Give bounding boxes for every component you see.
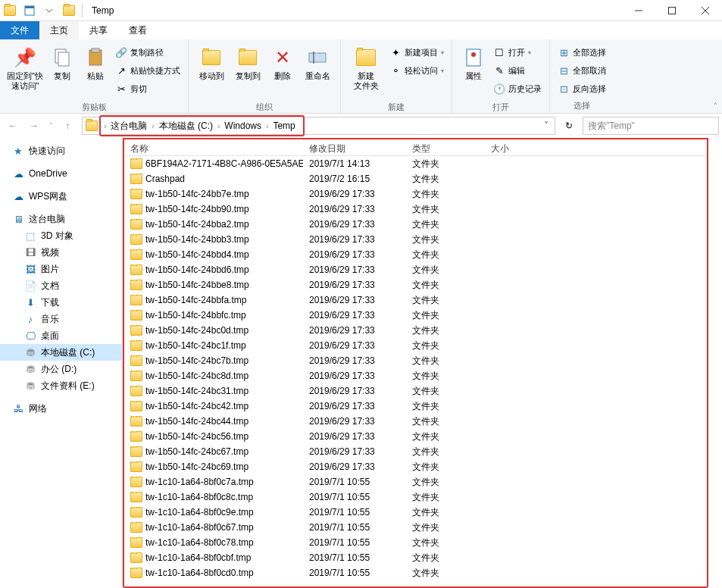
recent-dropdown[interactable]: ˅ (45, 116, 56, 136)
file-row[interactable]: tw-1b50-14fc-24bc69.tmp2019/6/29 17:33文件… (124, 459, 707, 474)
history-button[interactable]: 🕐历史记录 (493, 80, 542, 97)
tree-pictures[interactable]: 🖼图片 (0, 261, 122, 277)
tab-file[interactable]: 文件 (0, 21, 39, 39)
maximize-button[interactable] (655, 0, 689, 21)
breadcrumb-item[interactable]: Temp (268, 118, 299, 133)
file-row[interactable]: tw-1b50-14fc-24bc8d.tmp2019/6/29 17:33文件… (124, 368, 707, 383)
file-row[interactable]: tw-1c10-1a64-8bf0cd0.tmp2019/7/1 10:55文件… (124, 565, 707, 580)
cut-button[interactable]: ✂剪切 (115, 80, 180, 97)
copy-path-button[interactable]: 🔗复制路径 (115, 44, 180, 61)
file-row[interactable]: tw-1b50-14fc-24bc42.tmp2019/6/29 17:33文件… (124, 399, 707, 414)
file-row[interactable]: tw-1c10-1a64-8bf0c9e.tmp2019/7/1 10:55文件… (124, 505, 707, 520)
tree-3d-objects[interactable]: ⬚3D 对象 (0, 227, 122, 244)
folder-icon[interactable] (0, 1, 20, 20)
delete-button[interactable]: ✕ 删除 (266, 42, 299, 100)
paste-button[interactable]: 粘贴 (79, 42, 112, 100)
edit-button[interactable]: ✎编辑 (493, 62, 542, 79)
copy-to-button[interactable]: 复制到 (230, 42, 266, 100)
tree-videos[interactable]: 🎞视频 (0, 244, 122, 261)
file-row[interactable]: tw-1b50-14fc-24bbd4.tmp2019/6/29 17:33文件… (124, 247, 707, 262)
address-dropdown[interactable]: ˅ (539, 120, 553, 131)
tree-wps[interactable]: ☁WPS网盘 (0, 188, 122, 205)
search-input[interactable]: 搜索"Temp" (583, 117, 719, 135)
invert-selection-button[interactable]: ⊡反向选择 (558, 80, 606, 97)
file-date-cell: 2019/6/29 17:33 (303, 310, 406, 321)
paste-shortcut-button[interactable]: ↗粘贴快捷方式 (115, 62, 180, 79)
file-row[interactable]: 6BF194A2-7171-4B8C-A986-0E5A5AE...2019/7… (124, 156, 707, 171)
file-row[interactable]: tw-1b50-14fc-24bbb3.tmp2019/6/29 17:33文件… (124, 232, 707, 247)
new-folder-button[interactable]: 新建 文件夹 (345, 42, 386, 100)
move-to-button[interactable]: 移动到 (193, 42, 230, 100)
properties-button[interactable]: 属性 (457, 42, 490, 100)
file-row[interactable]: tw-1b50-14fc-24bc31.tmp2019/6/29 17:33文件… (124, 383, 707, 399)
tree-this-pc[interactable]: 🖥这台电脑 (0, 211, 122, 227)
drive-icon: ⛃ (24, 380, 36, 392)
properties-icon (461, 45, 486, 70)
close-button[interactable] (689, 0, 722, 21)
file-list[interactable]: 6BF194A2-7171-4B8C-A986-0E5A5AE...2019/7… (124, 156, 707, 586)
address-icon (86, 120, 98, 131)
tab-home[interactable]: 主页 (39, 21, 79, 39)
file-row[interactable]: tw-1b50-14fc-24bbe8.tmp2019/6/29 17:33文件… (124, 277, 707, 292)
tree-downloads[interactable]: ⬇下载 (0, 294, 122, 311)
file-row[interactable]: tw-1b50-14fc-24bc44.tmp2019/6/29 17:33文件… (124, 414, 707, 429)
minimize-button[interactable] (622, 0, 655, 21)
file-row[interactable]: tw-1c10-1a64-8bf0c8c.tmp2019/7/1 10:55文件… (124, 489, 707, 505)
tree-music[interactable]: ♪音乐 (0, 311, 122, 327)
tree-drive-e[interactable]: ⛃文件资料 (E:) (0, 377, 122, 394)
file-row[interactable]: Crashpad2019/7/2 16:15文件夹 (124, 171, 707, 186)
file-row[interactable]: tw-1b50-14fc-24bc67.tmp2019/6/29 17:33文件… (124, 444, 707, 459)
file-row[interactable]: tw-1b50-14fc-24bc56.tmp2019/6/29 17:33文件… (124, 429, 707, 444)
copy-button[interactable]: 复制 (45, 42, 79, 100)
copy-to-icon (236, 45, 260, 70)
breadcrumb-item[interactable]: 这台电脑 (106, 118, 152, 133)
file-row[interactable]: tw-1b50-14fc-24bb90.tmp2019/6/29 17:33文件… (124, 202, 707, 217)
file-row[interactable]: tw-1b50-14fc-24bb7e.tmp2019/6/29 17:33文件… (124, 186, 707, 202)
forward-button[interactable]: → (24, 116, 44, 136)
ribbon-collapse-button[interactable]: ˄ (714, 102, 717, 110)
file-row[interactable]: tw-1c10-1a64-8bf0c67.tmp2019/7/1 10:55文件… (124, 520, 707, 535)
file-row[interactable]: tw-1b50-14fc-24bc7b.tmp2019/6/29 17:33文件… (124, 353, 707, 368)
qat-dropdown-icon[interactable] (39, 1, 59, 20)
column-type[interactable]: 类型 (406, 139, 485, 155)
file-row[interactable]: tw-1c10-1a64-8bf0cbf.tmp2019/7/1 10:55文件… (124, 550, 707, 565)
tree-drive-d[interactable]: ⛃办公 (D:) (0, 361, 122, 377)
file-row[interactable]: tw-1b50-14fc-24bc1f.tmp2019/6/29 17:33文件… (124, 338, 707, 353)
column-date[interactable]: 修改日期 (303, 139, 406, 155)
file-row[interactable]: tw-1b50-14fc-24bba2.tmp2019/6/29 17:33文件… (124, 217, 707, 232)
tree-quick-access[interactable]: ★快速访问 (0, 142, 122, 159)
tree-onedrive[interactable]: ☁OneDrive (0, 165, 122, 182)
tab-view[interactable]: 查看 (118, 21, 158, 39)
address-bar[interactable]: › 这台电脑 › 本地磁盘 (C:) › Windows › Temp ˅ (82, 117, 555, 135)
file-row[interactable]: tw-1b50-14fc-24bbfa.tmp2019/6/29 17:33文件… (124, 292, 707, 308)
file-row[interactable]: tw-1b50-14fc-24bc0d.tmp2019/6/29 17:33文件… (124, 323, 707, 338)
file-name-cell: tw-1c10-1a64-8bf0c7a.tmp (124, 477, 303, 487)
file-row[interactable]: tw-1c10-1a64-8bf0c7a.tmp2019/7/1 10:55文件… (124, 474, 707, 489)
new-item-button[interactable]: ✦新建项目▾ (389, 44, 444, 61)
file-row[interactable]: tw-1c10-1a64-8bf0c78.tmp2019/7/1 10:55文件… (124, 535, 707, 550)
tree-documents[interactable]: 📄文档 (0, 277, 122, 294)
breadcrumb-item[interactable]: 本地磁盘 (C:) (155, 118, 217, 133)
back-button[interactable]: ← (3, 116, 23, 136)
column-size[interactable]: 大小 (485, 139, 545, 155)
folder-icon (130, 386, 142, 396)
rename-button[interactable]: 重命名 (299, 42, 336, 100)
tree-desktop[interactable]: 🖵桌面 (0, 327, 122, 344)
tree-drive-c[interactable]: ⛃本地磁盘 (C:) (0, 344, 122, 361)
up-button[interactable]: ↑ (58, 116, 77, 136)
open-button[interactable]: ☐打开▾ (493, 44, 542, 61)
file-date-cell: 2019/7/1 10:55 (303, 477, 406, 487)
properties-qat-icon[interactable] (20, 1, 39, 20)
file-row[interactable]: tw-1b50-14fc-24bbd6.tmp2019/6/29 17:33文件… (124, 262, 707, 277)
select-none-button[interactable]: ⊟全部取消 (558, 62, 606, 79)
column-name[interactable]: 名称 (124, 139, 303, 155)
breadcrumb-item[interactable]: Windows (220, 118, 266, 133)
pin-to-quick-access-button[interactable]: 📌 固定到"快 速访问" (5, 42, 45, 100)
file-row[interactable]: tw-1b50-14fc-24bbfc.tmp2019/6/29 17:33文件… (124, 308, 707, 323)
refresh-button[interactable]: ↻ (560, 117, 578, 135)
new-folder-qat-icon[interactable] (59, 1, 79, 20)
select-all-button[interactable]: ⊞全部选择 (558, 44, 606, 61)
tab-share[interactable]: 共享 (79, 21, 118, 39)
easy-access-button[interactable]: ⚬轻松访问▾ (389, 62, 444, 79)
tree-network[interactable]: 🖧网络 (0, 400, 122, 417)
